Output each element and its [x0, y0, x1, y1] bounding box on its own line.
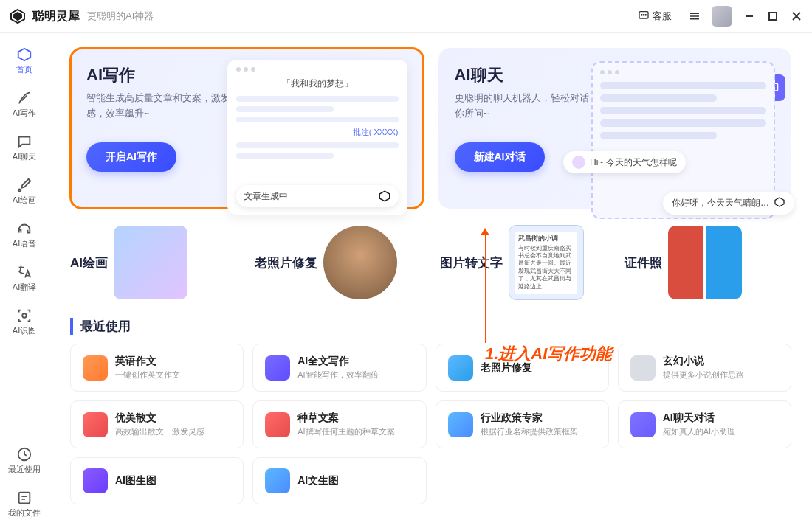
tool-card[interactable]: 英语作文一键创作英文作文 — [70, 344, 244, 392]
tool-icon — [83, 468, 108, 493]
sidebar-item-writing[interactable]: AI写作 — [4, 84, 45, 125]
sidebar-item-files[interactable]: 我的文件 — [4, 484, 45, 524]
ocr-sample-title: 武昌街的小调 — [518, 235, 574, 243]
new-ai-chat-button[interactable]: 新建AI对话 — [455, 142, 545, 172]
tool-name: 英语作文 — [115, 355, 231, 368]
svg-point-14 — [22, 313, 27, 318]
tool-card[interactable]: AI文生图 — [252, 457, 426, 504]
chat-msg-2: 你好呀，今天天气晴朗… — [672, 197, 769, 209]
start-ai-writing-button[interactable]: 开启AI写作 — [86, 142, 176, 172]
tool-icon — [448, 412, 473, 437]
feature-label: 图片转文字 — [440, 254, 503, 271]
user-avatar[interactable] — [712, 6, 732, 27]
tool-icon — [448, 355, 473, 381]
sidebar-item-label: AI识图 — [13, 325, 36, 336]
speech-icon — [16, 133, 32, 150]
hex-logo-icon — [774, 196, 785, 210]
tool-card[interactable]: AI聊天对话宛如真人的AI小助理 — [618, 400, 791, 448]
generation-status: 文章生成中 — [244, 190, 288, 203]
app-tagline: 更聪明的AI神器 — [87, 10, 632, 23]
app-name: 聪明灵犀 — [32, 9, 80, 24]
window-minimize-button[interactable] — [743, 10, 756, 23]
recent-grid: 英语作文一键创作英文作文AI全文写作AI智能写作，效率翻倍老照片修复玄幻小说提供… — [70, 344, 791, 504]
feature-label: 证件照 — [625, 254, 662, 271]
tool-icon — [630, 355, 656, 381]
app-logo-icon — [9, 7, 27, 25]
window-close-button[interactable] — [790, 10, 803, 23]
scan-icon — [16, 308, 32, 324]
sidebar-item-home[interactable]: 首页 — [4, 41, 45, 81]
customer-service-button[interactable]: 客服 — [632, 7, 678, 27]
sidebar-item-label: AI聊天 — [13, 151, 36, 162]
hex-logo-icon — [378, 190, 391, 203]
svg-point-4 — [643, 14, 644, 15]
tool-sub: 宛如真人的AI小助理 — [663, 426, 779, 437]
recent-section-title: 最近使用 — [70, 318, 791, 335]
feature-ocr[interactable]: 图片转文字 武昌街的小调 有时候到重庆南路买书总会不自觉地到武昌街去走一回。最近… — [440, 225, 607, 300]
tool-name: 行业政策专家 — [481, 412, 596, 425]
ocr-thumb: 武昌街的小调 有时候到重庆南路买书总会不自觉地到武昌街去走一回。最近发现武昌街大… — [509, 225, 584, 300]
menu-button[interactable] — [688, 10, 701, 23]
svg-marker-13 — [18, 49, 31, 61]
tool-name: 优美散文 — [115, 412, 231, 425]
tool-card[interactable]: 玄幻小说提供更多小说创作思路 — [618, 344, 791, 392]
chat-msg-1: Hi~ 今天的天气怎样呢 — [590, 156, 677, 169]
painting-thumb — [114, 226, 187, 299]
tool-card[interactable]: AI全文写作AI智能写作，效率翻倍 — [252, 344, 426, 392]
feature-photo-restore[interactable]: 老照片修复 — [255, 225, 422, 300]
folder-icon — [16, 490, 32, 506]
sidebar-item-label: AI绘画 — [13, 195, 36, 206]
ocr-sample-body: 有时候到重庆南路买书总会不自觉地到武昌街去走一回。最近发现武昌街大大不同了，尤其… — [518, 245, 574, 291]
tool-card[interactable]: 行业政策专家根据行业名称提供政策框架 — [436, 400, 609, 448]
tool-name: AI全文写作 — [297, 355, 413, 368]
tool-icon — [83, 412, 108, 437]
photo-thumb — [323, 226, 397, 299]
feature-label: 老照片修复 — [255, 254, 317, 271]
mock-title: 「我和我的梦想」 — [236, 77, 399, 90]
sidebar-item-vision[interactable]: AI识图 — [4, 302, 45, 342]
sidebar: 首页 AI写作 AI聊天 AI绘画 AI语音 AI翻译 AI识图 最 — [0, 33, 49, 531]
feather-icon — [16, 90, 32, 106]
hero-writing-title: AI写作 — [86, 64, 241, 86]
feature-label: AI绘画 — [70, 254, 108, 271]
tool-icon — [630, 412, 656, 437]
tool-card[interactable]: 种草文案AI撰写任何主题的种草文案 — [252, 400, 426, 448]
feature-painting[interactable]: AI绘画 — [70, 225, 237, 300]
tool-sub: 一键创作英文作文 — [115, 369, 231, 381]
tool-sub: 高效输出散文，激发灵感 — [115, 426, 231, 437]
svg-point-3 — [641, 14, 642, 15]
hero-card-chat[interactable]: AI聊天 更聪明的聊天机器人，轻松对话，答你所问~ 新建AI对话 Hi~ 今天的… — [438, 48, 792, 209]
tool-name: AI图生图 — [115, 474, 231, 487]
sidebar-item-recent[interactable]: 最近使用 — [4, 440, 45, 481]
svg-marker-1 — [14, 13, 21, 20]
sidebar-item-painting[interactable]: AI绘画 — [4, 171, 45, 212]
tool-card[interactable]: 优美散文高效输出散文，激发灵感 — [70, 400, 244, 448]
tool-card[interactable]: 老照片修复 — [436, 344, 609, 392]
svg-marker-17 — [379, 191, 390, 201]
window-maximize-button[interactable] — [766, 10, 780, 23]
tool-icon — [265, 355, 290, 381]
writing-preview: AI 「我和我的梦想」 批注( XXXX) 文章生成中 — [241, 64, 407, 191]
mock-annot: 批注( XXXX) — [236, 127, 399, 138]
chat-icon — [638, 10, 650, 24]
tool-sub: 提供更多小说创作思路 — [663, 369, 779, 381]
tool-icon — [265, 412, 290, 437]
hero-card-writing[interactable]: AI写作 智能生成高质量文章和文案，激发灵感，效率飙升~ 开启AI写作 AI 「… — [70, 48, 424, 209]
tool-name: 种草文案 — [297, 412, 413, 425]
feature-id-photo[interactable]: 证件照 — [625, 225, 791, 300]
sidebar-item-label: AI翻译 — [13, 282, 36, 293]
tool-name: AI文生图 — [297, 474, 413, 487]
svg-marker-21 — [775, 198, 784, 206]
sidebar-item-label: 最近使用 — [8, 464, 41, 475]
sidebar-item-voice[interactable]: AI语音 — [4, 215, 45, 255]
tool-sub: AI撰写任何主题的种草文案 — [297, 426, 413, 437]
svg-rect-10 — [769, 13, 777, 20]
sidebar-item-translate[interactable]: AI翻译 — [4, 258, 45, 299]
sidebar-item-chat[interactable]: AI聊天 — [4, 128, 45, 168]
tool-card[interactable]: AI图生图 — [70, 457, 244, 504]
brush-icon — [16, 177, 32, 193]
hero-chat-desc: 更聪明的聊天机器人，轻松对话，答你所问~ — [455, 91, 609, 122]
translate-icon — [16, 264, 32, 280]
tool-name: AI聊天对话 — [663, 412, 779, 425]
tool-name: 老照片修复 — [481, 361, 596, 375]
